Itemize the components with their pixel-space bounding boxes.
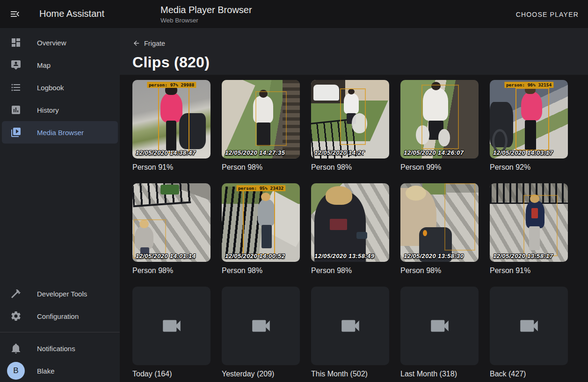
page-title-block: Media Player Browser Web Browser [160, 5, 252, 24]
clip-thumbnail[interactable]: 12/05/2020 14:27:35 [222, 80, 300, 159]
detection-label: person: 97% 29988 [147, 82, 196, 88]
clip-caption: Person 92% [490, 162, 568, 173]
clip-thumbnail[interactable]: person: 95% 23432 12/05/2020 14:00:52 [222, 183, 300, 262]
page-title: Media Player Browser [160, 5, 252, 15]
main-content: Frigate Clips (820) person: 97% 29988 12… [120, 28, 588, 382]
breadcrumb-back[interactable]: Frigate [132, 28, 165, 47]
clip-cell: 12/05/2020 13:58:17 Person 91% [490, 183, 568, 276]
clip-timestamp: 12/05/2020 14:38:47 [136, 149, 196, 156]
detection-label: person: 96% 32154 [504, 82, 553, 88]
clip-thumbnail[interactable]: person: 97% 29988 12/05/2020 14:38:47 [132, 80, 211, 159]
detection-bounding-box [421, 85, 459, 149]
clip-caption: Person 98% [222, 162, 300, 173]
clip-cell: 12/05/2020 13:58:49 Person 98% [311, 183, 389, 276]
video-camera-icon [428, 314, 451, 338]
clip-cell: 12/05/2020 14:01:14 Person 98% [132, 183, 211, 276]
folder-tile-last-month[interactable] [400, 287, 479, 365]
clip-caption: Person 91% [132, 162, 211, 173]
video-camera-icon [339, 314, 362, 338]
chart-box-icon [10, 104, 22, 115]
clip-cell: 12/05/2020 14:26:48 Person 98% [311, 80, 389, 173]
menu-open-icon[interactable] [7, 6, 23, 22]
clip-caption: Person 98% [222, 265, 300, 276]
sidebar-item-label: Notifications [37, 345, 75, 353]
app-window: Home Assistant Media Player Browser Web … [0, 0, 588, 382]
page-subtitle: Web Browser [160, 17, 252, 24]
clip-thumbnail[interactable]: 12/05/2020 13:58:17 [490, 183, 568, 262]
map-account-icon [10, 59, 22, 71]
play-box-multiple-icon [10, 127, 22, 138]
clip-caption: Person 98% [400, 265, 479, 276]
clip-timestamp: 12/05/2020 13:58:30 [404, 252, 464, 259]
folder-cell: Back (427) [490, 287, 568, 380]
folder-label: This Month (502) [311, 368, 389, 380]
clip-timestamp: 12/05/2020 14:27:35 [225, 149, 285, 156]
page-heading: Clips (820) [132, 54, 588, 71]
gear-icon [10, 310, 22, 322]
media-grid: person: 97% 29988 12/05/2020 14:38:47 Pe… [120, 75, 588, 380]
folder-tile-back[interactable] [490, 287, 568, 365]
folder-cell: Last Month (318) [400, 287, 479, 380]
detection-label: person: 95% 23432 [236, 185, 285, 191]
clip-cell: person: 97% 29988 12/05/2020 14:38:47 Pe… [132, 80, 211, 173]
video-camera-icon [517, 314, 541, 338]
top-app-bar: Home Assistant Media Player Browser Web … [0, 0, 588, 28]
clip-thumbnail[interactable]: 12/05/2020 13:58:30 [400, 183, 479, 262]
clip-cell: person: 96% 32154 12/05/2020 14:03:17 Pe… [490, 80, 568, 173]
sidebar-item-label: History [37, 106, 59, 114]
dashboard-icon [10, 37, 22, 48]
clip-cell: 12/05/2020 14:27:35 Person 98% [222, 80, 300, 173]
clip-cell: 12/05/2020 14:26:07 Person 99% [400, 80, 479, 173]
grid-row: person: 97% 29988 12/05/2020 14:38:47 Pe… [132, 80, 588, 173]
folder-tile-yesterday[interactable] [222, 287, 300, 365]
clip-thumbnail[interactable]: person: 96% 32154 12/05/2020 14:03:17 [490, 80, 568, 159]
video-camera-icon [249, 314, 273, 338]
clip-thumbnail[interactable]: 12/05/2020 14:01:14 [132, 183, 211, 262]
folder-label: Last Month (318) [400, 368, 479, 380]
clip-thumbnail[interactable]: 12/05/2020 14:26:48 [311, 80, 389, 159]
clip-caption: Person 98% [311, 265, 389, 276]
sidebar-item-notifications[interactable]: Notifications [2, 337, 118, 360]
clip-caption: Person 91% [490, 265, 568, 276]
folder-cell: This Month (502) [311, 287, 389, 380]
sidebar-item-label: Developer Tools [37, 290, 87, 298]
breadcrumb-label: Frigate [144, 40, 165, 47]
folder-label: Back (427) [490, 368, 568, 380]
hammer-icon [10, 288, 22, 299]
clip-thumbnail[interactable]: 12/05/2020 14:26:07 [400, 80, 479, 159]
sidebar-item-configuration[interactable]: Configuration [2, 305, 118, 327]
clip-timestamp: 12/05/2020 14:03:17 [493, 149, 553, 156]
detection-bounding-box [515, 88, 549, 151]
sidebar-item-label: Overview [37, 39, 66, 47]
sidebar-item-developer-tools[interactable]: Developer Tools [2, 282, 118, 305]
clip-caption: Person 98% [311, 162, 389, 173]
sidebar-item-logbook[interactable]: Logbook [2, 76, 118, 99]
clip-caption: Person 98% [132, 265, 211, 276]
sidebar-item-label: Map [37, 61, 51, 69]
sidebar-item-map[interactable]: Map [2, 54, 118, 76]
folder-cell: Today (164) [132, 287, 211, 380]
folder-label: Yesterday (209) [222, 368, 300, 380]
sidebar-item-overview[interactable]: Overview [2, 31, 118, 54]
sidebar-item-user[interactable]: B Blake [2, 360, 118, 382]
detection-bounding-box [340, 88, 366, 145]
sidebar-item-label: Logbook [37, 84, 64, 92]
sidebar-item-media-browser[interactable]: Media Browser [2, 121, 118, 144]
folder-tile-this-month[interactable] [311, 287, 389, 365]
clip-cell: person: 95% 23432 12/05/2020 14:00:52 Pe… [222, 183, 300, 276]
detection-bounding-box [444, 183, 476, 251]
clip-timestamp: 12/05/2020 14:01:14 [136, 252, 196, 259]
arrow-left-icon [132, 39, 140, 47]
sidebar-item-label: Configuration [37, 312, 79, 320]
app-title: Home Assistant [39, 8, 104, 19]
grid-row: 12/05/2020 14:01:14 Person 98% person: 9… [132, 183, 588, 276]
avatar: B [7, 362, 25, 380]
grid-row: Today (164) Yesterday (209) This Month (… [132, 287, 588, 380]
choose-player-button[interactable]: CHOOSE PLAYER [512, 7, 582, 22]
list-icon [10, 82, 22, 93]
folder-tile-today[interactable] [132, 287, 211, 365]
content-header: Frigate Clips (820) [120, 28, 588, 75]
sidebar-item-history[interactable]: History [2, 99, 118, 121]
clip-thumbnail[interactable]: 12/05/2020 13:58:49 [311, 183, 389, 262]
detection-bounding-box [243, 190, 275, 255]
